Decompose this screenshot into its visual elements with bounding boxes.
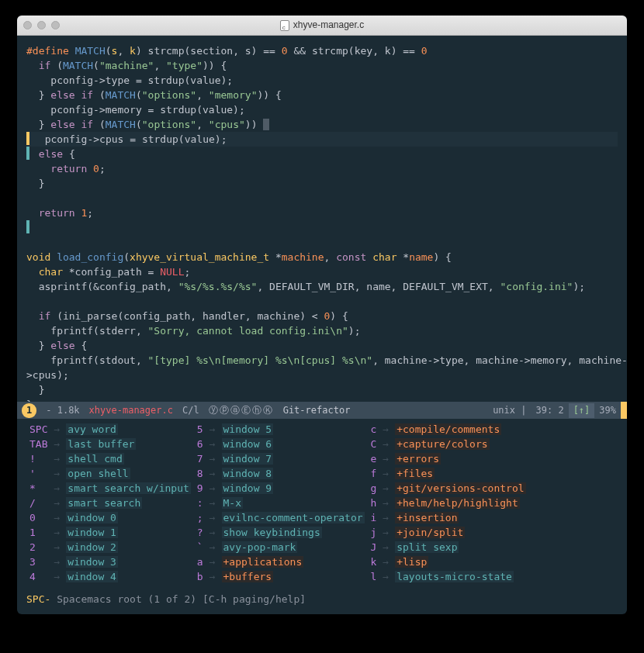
which-key-key[interactable]: TAB (26, 437, 50, 451)
git-branch[interactable]: Git-refactor (279, 403, 355, 418)
which-key-key[interactable]: 0 (26, 510, 50, 525)
arrow-right-icon: → (50, 481, 63, 496)
minibuffer[interactable]: SPC- Spacemacs root (1 of 2) [C-h paging… (17, 589, 627, 614)
which-key-key[interactable]: ! (26, 451, 50, 466)
arrow-right-icon: → (379, 510, 392, 525)
window-title: xhyve-manager.c (17, 18, 627, 33)
arrow-right-icon: → (50, 437, 63, 451)
arrow-right-icon: → (206, 540, 219, 555)
which-key-key[interactable]: : (194, 496, 206, 510)
which-key-target[interactable]: split sexp (392, 540, 528, 555)
arrow-right-icon: → (206, 525, 219, 540)
which-key-target[interactable]: +git/versions-control (392, 481, 528, 496)
which-key-key[interactable]: i (368, 510, 380, 525)
which-key-key[interactable]: ? (194, 525, 206, 540)
which-key-key[interactable]: j (368, 525, 380, 540)
which-key-key[interactable]: ` (194, 540, 206, 555)
gutter-modified-icon (26, 132, 29, 145)
which-key-key[interactable]: ' (26, 466, 50, 481)
which-key-target[interactable]: smart search w/input (63, 481, 194, 496)
minor-modes-icons[interactable]: ⓨⓟⓐⒺⓗⓀ (204, 403, 279, 418)
which-key-target[interactable]: window 5 (219, 422, 368, 437)
arrow-right-icon: → (379, 569, 392, 584)
which-key-target[interactable]: window 2 (63, 540, 194, 555)
arrow-right-icon: → (379, 422, 392, 437)
which-key-key[interactable]: 4 (26, 569, 50, 584)
which-key-key[interactable]: f (368, 466, 380, 481)
which-key-key[interactable]: 2 (26, 540, 50, 555)
arrow-right-icon: → (206, 510, 219, 525)
which-key-key[interactable]: c (368, 422, 380, 437)
which-key-target[interactable]: +insertion (392, 510, 528, 525)
minibuffer-prefix: SPC- (26, 593, 50, 605)
arrow-right-icon: → (50, 510, 63, 525)
arrow-right-icon: → (50, 466, 63, 481)
which-key-key[interactable]: h (368, 496, 380, 510)
which-key-key[interactable]: 7 (194, 451, 206, 466)
arrow-right-icon: → (379, 496, 392, 510)
which-key-key[interactable]: 6 (194, 437, 206, 451)
which-key-key[interactable]: SPC (26, 422, 50, 437)
arrow-right-icon: → (206, 496, 219, 510)
scroll-percent: 39% (594, 403, 621, 418)
which-key-panel: SPC→avy word5→window 5c→+compile/comment… (17, 419, 627, 589)
encoding: unix | (488, 403, 531, 418)
which-key-key[interactable]: J (368, 540, 380, 555)
which-key-key[interactable]: b (194, 569, 206, 584)
gutter-modified-icon (26, 220, 29, 233)
which-key-key[interactable]: 3 (26, 555, 50, 569)
which-key-key[interactable]: k (368, 555, 380, 569)
which-key-target[interactable]: +applications (219, 555, 368, 569)
which-key-target[interactable]: avy word (63, 422, 194, 437)
which-key-key[interactable]: 1 (26, 525, 50, 540)
which-key-target[interactable]: M-x (219, 496, 368, 510)
which-key-target[interactable]: shell cmd (63, 451, 194, 466)
which-key-key[interactable]: l (368, 569, 380, 584)
which-key-target[interactable]: evilnc-comment-operator (219, 510, 368, 525)
file-size: - 1.8k (41, 403, 84, 418)
which-key-target[interactable]: window 0 (63, 510, 194, 525)
which-key-key[interactable]: 5 (194, 422, 206, 437)
which-key-key[interactable]: e (368, 451, 380, 466)
arrow-right-icon: → (206, 466, 219, 481)
which-key-target[interactable]: +capture/colors (392, 437, 528, 451)
which-key-key[interactable]: * (26, 481, 50, 496)
which-key-target[interactable]: window 3 (63, 555, 194, 569)
which-key-target[interactable]: window 7 (219, 451, 368, 466)
which-key-target[interactable]: +errors (392, 451, 528, 466)
which-key-target[interactable]: +helm/help/highlight (392, 496, 528, 510)
which-key-key[interactable]: / (26, 496, 50, 510)
modeline: 1 - 1.8k xhyve-manager.c C/l ⓨⓟⓐⒺⓗⓀ Git-… (17, 402, 627, 419)
modeline-filename[interactable]: xhyve-manager.c (85, 403, 178, 418)
which-key-key[interactable]: 9 (194, 481, 206, 496)
arrow-right-icon: → (206, 569, 219, 584)
which-key-target[interactable]: +lisp (392, 555, 528, 569)
which-key-key[interactable]: ; (194, 510, 206, 525)
code-editor[interactable]: #define MATCH(s, k) strcmp(section, s) =… (17, 36, 627, 402)
which-key-target[interactable]: +files (392, 466, 528, 481)
which-key-target[interactable]: window 8 (219, 466, 368, 481)
which-key-target[interactable]: last buffer (63, 437, 194, 451)
arrow-right-icon: → (206, 422, 219, 437)
which-key-key[interactable]: a (194, 555, 206, 569)
which-key-target[interactable]: window 9 (219, 481, 368, 496)
titlebar: xhyve-manager.c (17, 16, 627, 36)
major-mode[interactable]: C/l (178, 403, 204, 418)
which-key-target[interactable]: +compile/comments (392, 422, 528, 437)
arrow-right-icon: → (50, 422, 63, 437)
which-key-key[interactable]: 8 (194, 466, 206, 481)
which-key-target[interactable]: show keybindings (219, 525, 368, 540)
which-key-target[interactable]: avy-pop-mark (219, 540, 368, 555)
which-key-target[interactable]: window 4 (63, 569, 194, 584)
which-key-target[interactable]: +join/split (392, 525, 528, 540)
arrow-right-icon: → (50, 540, 63, 555)
which-key-table: SPC→avy word5→window 5c→+compile/comment… (26, 422, 529, 584)
which-key-target[interactable]: window 1 (63, 525, 194, 540)
which-key-target[interactable]: smart search (63, 496, 194, 510)
which-key-target[interactable]: layouts-micro-state (392, 569, 528, 584)
which-key-target[interactable]: open shell (63, 466, 194, 481)
which-key-key[interactable]: C (368, 437, 380, 451)
which-key-target[interactable]: +buffers (219, 569, 368, 584)
which-key-key[interactable]: g (368, 481, 380, 496)
which-key-target[interactable]: window 6 (219, 437, 368, 451)
